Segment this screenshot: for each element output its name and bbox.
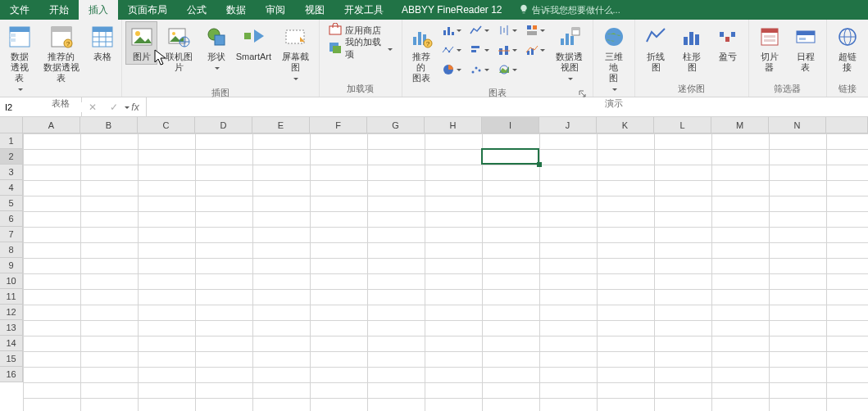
svg-rect-65 <box>689 32 693 45</box>
row-header[interactable]: 14 <box>0 336 23 351</box>
ribbon: 数据 透视表 ? 推荐的 数据透视表 表格 表格 图片 联机图片 <box>0 20 868 97</box>
combo-chart-button[interactable] <box>522 41 548 59</box>
shapes-label: 形状 <box>207 52 225 62</box>
column-chart-button[interactable] <box>439 21 465 39</box>
column-header[interactable] <box>826 117 868 133</box>
tab-insert[interactable]: 插入 <box>79 0 118 20</box>
column-header[interactable]: N <box>769 117 826 133</box>
group-demo: 三维地 图 演示 <box>593 20 635 97</box>
column-header[interactable]: A <box>23 117 80 133</box>
column-header[interactable]: F <box>310 117 367 133</box>
column-header[interactable]: M <box>711 117 769 133</box>
row-header[interactable]: 5 <box>0 196 23 211</box>
dialog-launcher-icon[interactable] <box>578 89 588 99</box>
row-header[interactable]: 8 <box>0 242 23 258</box>
svg-rect-73 <box>764 39 775 42</box>
sheet-area: ABCDEFGHIJKLMN 12345678910111213141516 <box>0 117 868 411</box>
row-header[interactable]: 7 <box>0 227 23 242</box>
row-header[interactable]: 3 <box>0 165 23 180</box>
column-header[interactable]: E <box>252 117 310 133</box>
group-filters-label: 筛选器 <box>752 83 823 97</box>
smartart-icon <box>240 24 266 50</box>
row-header[interactable]: 11 <box>0 289 23 305</box>
row-header[interactable]: 4 <box>0 180 23 196</box>
column-header[interactable]: J <box>539 117 597 133</box>
sparkline-line-button[interactable]: 折线图 <box>639 21 673 75</box>
svg-rect-9 <box>93 27 112 32</box>
table-label: 表格 <box>93 52 111 62</box>
tab-dev[interactable]: 开发工具 <box>334 0 393 20</box>
smartart-label: SmartArt <box>236 52 271 62</box>
column-header[interactable]: G <box>367 117 425 133</box>
tab-addin[interactable]: ABBYY FineReader 12 <box>393 0 511 20</box>
surface-chart-button[interactable] <box>494 61 520 79</box>
column-header[interactable]: L <box>654 117 711 133</box>
online-picture-button[interactable]: 联机图片 <box>159 21 199 75</box>
table-button[interactable]: 表格 <box>87 21 118 65</box>
sparkline-winloss-button[interactable]: 盈亏 <box>711 21 745 65</box>
tab-review[interactable]: 审阅 <box>256 0 295 20</box>
3dmap-button[interactable]: 三维地 图 <box>597 21 631 97</box>
row-header[interactable]: 10 <box>0 273 23 289</box>
pivotchart-button[interactable]: 数据透视图 <box>550 21 589 87</box>
chevron-down-icon <box>611 84 617 95</box>
tab-data[interactable]: 数据 <box>216 0 256 20</box>
sparkline-column-button[interactable]: 柱形图 <box>675 21 709 75</box>
smartart-button[interactable]: SmartArt <box>234 21 273 65</box>
timeline-button[interactable]: 日程表 <box>788 21 823 75</box>
row-header[interactable]: 1 <box>0 133 23 149</box>
hierarchy-chart-button[interactable] <box>522 21 548 39</box>
sparkline-line-label: 折线图 <box>643 52 669 73</box>
column-header[interactable]: D <box>195 117 252 133</box>
svg-text:?: ? <box>66 40 70 47</box>
row-header[interactable]: 13 <box>0 320 23 336</box>
row-header[interactable]: 2 <box>0 149 23 165</box>
pivotchart-icon <box>557 24 583 50</box>
waterfall-chart-button[interactable] <box>439 41 465 59</box>
line-chart-button[interactable] <box>466 21 493 39</box>
group-tables: 数据 透视表 ? 推荐的 数据透视表 表格 表格 <box>0 20 122 97</box>
row-header[interactable]: 12 <box>0 305 23 320</box>
column-header[interactable]: C <box>138 117 195 133</box>
shapes-button[interactable]: 形状 <box>201 21 232 76</box>
row-header[interactable]: 9 <box>0 258 23 273</box>
stock-chart-button[interactable] <box>494 21 520 39</box>
svg-rect-27 <box>329 26 341 34</box>
tab-layout[interactable]: 页面布局 <box>118 0 177 20</box>
svg-text:?: ? <box>425 40 429 47</box>
screenshot-button[interactable]: 屏幕截图 <box>275 21 316 87</box>
tab-formula[interactable]: 公式 <box>177 0 216 20</box>
tab-file[interactable]: 文件 <box>0 0 39 20</box>
recommended-charts-button[interactable]: ? 推荐的 图表 <box>406 21 437 86</box>
pivottable-button[interactable]: 数据 透视表 <box>3 21 35 97</box>
row-header[interactable]: 15 <box>0 351 23 367</box>
scatter-chart-button[interactable] <box>466 61 493 79</box>
fill-handle[interactable] <box>537 162 542 167</box>
column-header[interactable]: B <box>80 117 138 133</box>
tellme-search[interactable]: 告诉我您想要做什么... <box>511 0 629 20</box>
recommended-pivottable-button[interactable]: ? 推荐的 数据透视表 <box>37 21 85 86</box>
tab-view[interactable]: 视图 <box>295 0 334 20</box>
statistic-chart-button[interactable] <box>494 41 520 59</box>
chevron-down-icon <box>483 44 489 56</box>
tab-start[interactable]: 开始 <box>39 0 79 20</box>
column-header[interactable]: I <box>482 117 539 133</box>
row-header[interactable]: 6 <box>0 211 23 227</box>
chevron-down-icon <box>511 25 517 36</box>
cell-grid[interactable] <box>23 133 868 411</box>
column-header[interactable]: K <box>597 117 654 133</box>
myaddins-button[interactable]: 我的加载项 <box>323 39 398 57</box>
active-cell[interactable] <box>481 148 539 165</box>
chevron-down-icon <box>292 73 298 84</box>
ribbon-tabbar: 文件 开始 插入 页面布局 公式 数据 审阅 视图 开发工具 ABBYY Fin… <box>0 0 868 20</box>
row-header[interactable]: 16 <box>0 367 23 382</box>
pie-chart-button[interactable] <box>439 61 465 79</box>
fx-icon: fx <box>131 102 139 113</box>
hyperlink-button[interactable]: 超链接 <box>830 21 865 75</box>
picture-button[interactable]: 图片 <box>125 21 157 65</box>
slicer-button[interactable]: 切片器 <box>752 21 787 75</box>
bar-chart-button[interactable] <box>466 41 493 59</box>
select-all-corner[interactable] <box>0 117 23 133</box>
svg-rect-3 <box>10 38 16 42</box>
column-header[interactable]: H <box>425 117 482 133</box>
